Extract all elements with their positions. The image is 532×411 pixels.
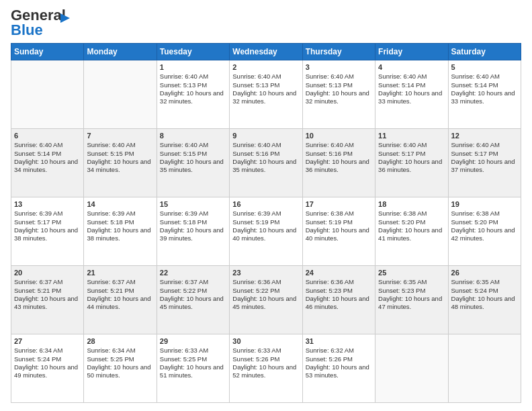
day-header-tuesday: Tuesday — [157, 44, 229, 60]
day-info: Sunrise: 6:36 AM — [232, 278, 281, 285]
calendar-cell: 19Sunrise: 6:38 AMSunset: 5:20 PMDayligh… — [448, 197, 521, 266]
calendar-cell: 31Sunrise: 6:32 AMSunset: 5:26 PMDayligh… — [302, 334, 375, 403]
calendar-cell: 17Sunrise: 6:38 AMSunset: 5:19 PMDayligh… — [302, 197, 375, 266]
calendar-cell: 6Sunrise: 6:40 AMSunset: 5:14 PMDaylight… — [11, 129, 84, 197]
day-info: Sunrise: 6:37 AM — [87, 278, 135, 285]
day-info: Sunset: 5:17 PM — [451, 150, 498, 157]
day-info: Daylight: 10 hours and 49 minutes. — [14, 363, 78, 379]
day-info: Daylight: 10 hours and 51 minutes. — [160, 363, 224, 379]
day-number: 15 — [160, 199, 226, 209]
day-info: Daylight: 10 hours and 52 minutes. — [232, 363, 296, 379]
calendar-cell: 5Sunrise: 6:40 AMSunset: 5:14 PMDaylight… — [448, 60, 521, 129]
day-info: Daylight: 10 hours and 35 minutes. — [232, 158, 296, 173]
day-number: 24 — [306, 268, 372, 277]
calendar-cell: 29Sunrise: 6:33 AMSunset: 5:25 PMDayligh… — [157, 334, 229, 403]
day-info: Sunrise: 6:40 AM — [306, 141, 354, 148]
calendar-cell: 12Sunrise: 6:40 AMSunset: 5:17 PMDayligh… — [448, 129, 521, 197]
day-info: Daylight: 10 hours and 34 minutes. — [14, 158, 78, 173]
day-number: 30 — [232, 336, 299, 346]
day-info: Daylight: 10 hours and 34 minutes. — [87, 158, 150, 173]
calendar-cell: 26Sunrise: 6:35 AMSunset: 5:24 PMDayligh… — [448, 266, 521, 334]
day-info: Sunset: 5:14 PM — [451, 81, 498, 89]
calendar-cell: 3Sunrise: 6:40 AMSunset: 5:13 PMDaylight… — [302, 60, 375, 129]
calendar-cell: 24Sunrise: 6:36 AMSunset: 5:23 PMDayligh… — [302, 266, 375, 334]
day-info: Sunset: 5:18 PM — [160, 218, 207, 226]
day-info: Sunset: 5:18 PM — [87, 218, 134, 226]
day-info: Daylight: 10 hours and 43 minutes. — [14, 295, 78, 310]
day-info: Sunset: 5:14 PM — [14, 150, 61, 157]
day-info: Sunrise: 6:39 AM — [232, 210, 281, 217]
day-info: Sunrise: 6:40 AM — [451, 141, 500, 148]
day-number: 23 — [232, 268, 299, 277]
calendar-cell: 2Sunrise: 6:40 AMSunset: 5:13 PMDaylight… — [230, 60, 302, 129]
day-info: Daylight: 10 hours and 37 minutes. — [451, 158, 515, 173]
day-info: Sunrise: 6:38 AM — [378, 210, 427, 217]
day-number: 31 — [306, 336, 372, 346]
day-info: Sunset: 5:26 PM — [306, 355, 353, 363]
page: General Blue SundayMondayTuesdayWednesda… — [0, 0, 532, 411]
day-number: 8 — [160, 131, 226, 140]
day-number: 13 — [14, 199, 81, 209]
day-number: 27 — [14, 336, 81, 346]
day-info: Daylight: 10 hours and 42 minutes. — [451, 226, 515, 242]
day-info: Sunrise: 6:40 AM — [160, 73, 208, 80]
day-info: Daylight: 10 hours and 40 minutes. — [306, 226, 369, 242]
day-info: Sunset: 5:19 PM — [306, 218, 353, 226]
day-info: Sunrise: 6:40 AM — [87, 141, 135, 148]
day-info: Daylight: 10 hours and 32 minutes. — [160, 89, 224, 105]
day-info: Sunset: 5:22 PM — [232, 287, 279, 294]
calendar-cell: 18Sunrise: 6:38 AMSunset: 5:20 PMDayligh… — [375, 197, 448, 266]
day-number: 11 — [378, 131, 445, 140]
calendar-cell: 14Sunrise: 6:39 AMSunset: 5:18 PMDayligh… — [84, 197, 157, 266]
day-info: Sunrise: 6:34 AM — [14, 347, 62, 354]
day-info: Sunrise: 6:34 AM — [87, 347, 135, 354]
day-info: Sunset: 5:13 PM — [160, 81, 207, 89]
day-number: 4 — [378, 62, 445, 72]
calendar-cell — [375, 334, 448, 403]
day-info: Sunset: 5:26 PM — [232, 355, 279, 363]
day-info: Daylight: 10 hours and 38 minutes. — [14, 226, 78, 242]
calendar-cell: 4Sunrise: 6:40 AMSunset: 5:14 PMDaylight… — [375, 60, 448, 129]
day-info: Sunrise: 6:38 AM — [451, 210, 500, 217]
day-info: Sunset: 5:23 PM — [378, 287, 425, 294]
day-info: Daylight: 10 hours and 53 minutes. — [306, 363, 369, 379]
day-number: 16 — [232, 199, 299, 209]
calendar-cell: 30Sunrise: 6:33 AMSunset: 5:26 PMDayligh… — [230, 334, 302, 403]
calendar-cell: 16Sunrise: 6:39 AMSunset: 5:19 PMDayligh… — [230, 197, 302, 266]
day-header-row: SundayMondayTuesdayWednesdayThursdayFrid… — [11, 44, 521, 60]
calendar-cell: 11Sunrise: 6:40 AMSunset: 5:17 PMDayligh… — [375, 129, 448, 197]
day-info: Sunrise: 6:35 AM — [451, 278, 500, 285]
calendar-table: SundayMondayTuesdayWednesdayThursdayFrid… — [11, 43, 521, 403]
day-info: Sunset: 5:24 PM — [14, 355, 61, 363]
day-number: 14 — [87, 199, 153, 209]
calendar-cell: 1Sunrise: 6:40 AMSunset: 5:13 PMDaylight… — [157, 60, 229, 129]
day-info: Sunrise: 6:33 AM — [160, 347, 208, 354]
day-number: 6 — [14, 131, 81, 140]
day-number: 1 — [160, 62, 226, 72]
day-info: Sunset: 5:15 PM — [160, 150, 207, 157]
day-info: Sunrise: 6:39 AM — [160, 210, 208, 217]
day-number: 21 — [87, 268, 153, 277]
day-info: Sunrise: 6:36 AM — [306, 278, 354, 285]
day-info: Daylight: 10 hours and 38 minutes. — [87, 226, 150, 242]
header: General Blue — [11, 8, 521, 38]
day-info: Daylight: 10 hours and 33 minutes. — [451, 89, 515, 105]
day-info: Sunset: 5:19 PM — [232, 218, 279, 226]
logo-chevron-icon — [60, 13, 70, 23]
calendar-cell: 20Sunrise: 6:37 AMSunset: 5:21 PMDayligh… — [11, 266, 84, 334]
day-info: Sunrise: 6:33 AM — [232, 347, 281, 354]
calendar-cell — [448, 334, 521, 403]
day-info: Sunrise: 6:40 AM — [14, 141, 62, 148]
day-info: Sunrise: 6:38 AM — [306, 210, 354, 217]
day-number: 18 — [378, 199, 445, 209]
logo-blue: Blue — [11, 21, 43, 38]
calendar-cell: 21Sunrise: 6:37 AMSunset: 5:21 PMDayligh… — [84, 266, 157, 334]
day-info: Daylight: 10 hours and 48 minutes. — [451, 295, 515, 310]
day-info: Daylight: 10 hours and 36 minutes. — [306, 158, 369, 173]
day-header-thursday: Thursday — [302, 44, 375, 60]
day-info: Sunset: 5:15 PM — [87, 150, 134, 157]
day-number: 2 — [232, 62, 299, 72]
day-info: Sunrise: 6:40 AM — [378, 73, 427, 80]
day-number: 28 — [87, 336, 153, 346]
calendar-cell — [11, 60, 84, 129]
